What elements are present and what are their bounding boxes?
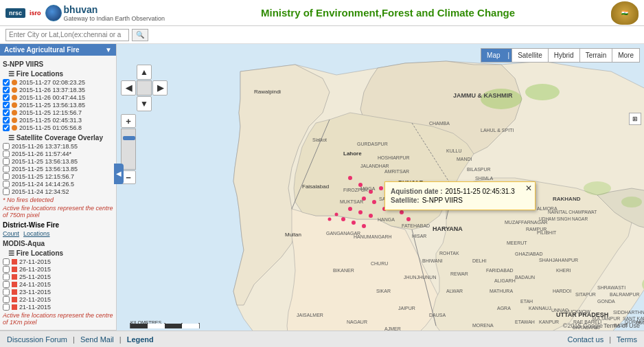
- fire-checkbox-1[interactable]: [3, 79, 10, 86]
- sidebar-collapse-arrow[interactable]: ◀: [114, 164, 124, 184]
- svg-text:BHIWANI: BHIWANI: [422, 258, 443, 263]
- modis-dot-2: [12, 267, 17, 272]
- terms-link[interactable]: Terms: [617, 335, 637, 344]
- modis-dot-7: [12, 304, 17, 310]
- modis-dot-6: [12, 297, 17, 302]
- svg-point-29: [406, 217, 411, 221]
- nav-down-btn[interactable]: ▼: [137, 96, 152, 111]
- fire-checkbox-6[interactable]: [3, 117, 10, 124]
- svg-marker-3: [360, 61, 522, 154]
- svg-point-24: [358, 210, 363, 214]
- svg-text:FATEHABAD: FATEHABAD: [402, 223, 430, 228]
- svg-text:MORENA: MORENA: [472, 323, 494, 328]
- svg-text:BILASPUR: BILASPUR: [467, 167, 491, 172]
- nav-right-btn[interactable]: ▶: [152, 80, 168, 96]
- send-mail-link[interactable]: Send Mail: [80, 335, 114, 344]
- fire-checkbox-4[interactable]: [3, 102, 10, 109]
- layer-btn[interactable]: ⊞: [629, 113, 641, 125]
- svg-text:PILIBHIT: PILIBHIT: [537, 230, 557, 235]
- search-button[interactable]: 🔍: [132, 29, 148, 41]
- svg-text:FIROZPUR: FIROZPUR: [343, 188, 368, 192]
- cov-item-2: 2015-11-26 11:57:44*: [3, 150, 113, 157]
- zoom-in-btn[interactable]: +: [121, 114, 136, 128]
- fire-checkbox-3[interactable]: [3, 94, 10, 101]
- svg-point-34: [328, 218, 332, 221]
- nav-left-btn[interactable]: ◀: [121, 80, 136, 96]
- bhuvan-name: bhuvan: [64, 4, 165, 15]
- svg-text:FARIDABAD: FARIDABAD: [486, 268, 514, 273]
- active-fire-header[interactable]: Active Agricultural Fire ▼: [0, 44, 116, 56]
- svg-point-13: [525, 84, 560, 100]
- nav-up-btn[interactable]: ▲: [137, 65, 152, 80]
- svg-text:CHAMBA: CHAMBA: [429, 121, 450, 126]
- fire-label-7: 2015-11-25 01:05:56.8: [19, 124, 82, 131]
- map-terms-link[interactable]: Terms of Use: [603, 322, 640, 329]
- svg-text:BADAUN: BADAUN: [515, 275, 535, 280]
- svg-text:Rawalpindi: Rawalpindi: [254, 89, 281, 95]
- cov-checkbox-3[interactable]: [3, 158, 10, 165]
- modis-item-4: 24-11-2015: [3, 281, 113, 288]
- modis-checkbox-4[interactable]: [3, 281, 10, 288]
- modis-checkbox-3[interactable]: [3, 273, 10, 280]
- cov-checkbox-4[interactable]: [3, 166, 10, 172]
- cov-item-4: 2015-11-25 13:56:13.85: [3, 166, 113, 172]
- count-link[interactable]: Count: [3, 230, 19, 237]
- map-type-map-btn[interactable]: Map: [481, 48, 505, 63]
- svg-rect-0: [117, 44, 644, 331]
- fire-checkbox-7[interactable]: [3, 124, 10, 131]
- svg-text:MATHURA: MATHURA: [490, 289, 513, 293]
- svg-point-32: [341, 217, 345, 221]
- cov-label-5: 2015-11-25 12:15:56.7: [12, 173, 74, 180]
- svg-text:MOGA: MOGA: [360, 186, 376, 191]
- cov-checkbox-1[interactable]: [3, 143, 10, 150]
- cov-checkbox-2[interactable]: [3, 150, 10, 157]
- fire-dot-6: [12, 117, 17, 123]
- map-type-more-btn[interactable]: More: [612, 48, 640, 63]
- footer-sep-3: |: [609, 335, 611, 344]
- modis-checkbox-6[interactable]: [3, 296, 10, 303]
- svg-text:Multan: Multan: [285, 232, 301, 238]
- discussion-forum-link[interactable]: Discussion Forum: [7, 335, 67, 344]
- cov-checkbox-6[interactable]: [3, 181, 10, 188]
- contact-us-link[interactable]: Contact us: [568, 335, 604, 344]
- modis-checkbox-7[interactable]: [3, 304, 10, 311]
- bhuvan-logo: bhuvan Gateway to Indian Earth Observati…: [45, 4, 165, 22]
- modis-checkbox-5[interactable]: [3, 289, 10, 295]
- svg-line-9: [292, 120, 330, 209]
- snpp-viirs-label: S-NPP VIIRS: [3, 60, 113, 68]
- map-type-hybrid-btn[interactable]: Hybrid: [548, 48, 579, 63]
- modis-dot-5: [12, 289, 17, 295]
- locations-link[interactable]: Locations: [23, 230, 50, 237]
- svg-text:LAHUL & SPITI: LAHUL & SPITI: [481, 128, 514, 133]
- map-type-terrain-btn[interactable]: Terrain: [579, 48, 612, 63]
- footer-sep-1: |: [73, 335, 75, 344]
- svg-marker-2: [233, 65, 330, 305]
- svg-point-14: [584, 181, 611, 195]
- popup-close-btn[interactable]: ✕: [525, 183, 532, 193]
- map-type-satellite-btn[interactable]: Satellite: [511, 48, 548, 63]
- fire-locations-label: ☰ Fire Locations: [3, 70, 113, 78]
- fire-checkbox-5[interactable]: [3, 109, 10, 116]
- svg-point-30: [352, 221, 356, 225]
- map-terms-anchor[interactable]: Terms of Use: [603, 322, 640, 329]
- search-input[interactable]: [5, 29, 129, 41]
- cov-label-1: 2015-11-26 13:37:18.55: [12, 143, 78, 150]
- map-svg: Rawalpindi JAMMU & KASHMIR CHAMBA LAHUL …: [117, 44, 644, 331]
- modis-dot-4: [12, 282, 17, 287]
- cov-checkbox-5[interactable]: [3, 173, 10, 180]
- cov-label-6: 2015-11-24 14:14:26.5: [12, 181, 74, 188]
- bhuvan-globe-icon: [45, 5, 62, 21]
- svg-text:MUKTSAR: MUKTSAR: [340, 199, 363, 204]
- svg-point-20: [379, 186, 383, 190]
- legend-link[interactable]: Legend: [127, 335, 154, 344]
- svg-text:GURDASPUR: GURDASPUR: [357, 142, 388, 146]
- modis-checkbox-1[interactable]: [3, 258, 10, 265]
- modis-checkbox-2[interactable]: [3, 266, 10, 273]
- svg-text:GONDA: GONDA: [597, 299, 615, 304]
- cov-checkbox-7[interactable]: [3, 188, 10, 195]
- svg-text:SULTANPUR: SULTANPUR: [592, 316, 620, 321]
- fire-checkbox-2[interactable]: [3, 87, 10, 93]
- svg-text:REWAR: REWAR: [450, 271, 468, 276]
- map-container[interactable]: Rawalpindi JAMMU & KASHMIR CHAMBA LAHUL …: [117, 44, 644, 331]
- zoom-slider-thumb[interactable]: [123, 136, 135, 140]
